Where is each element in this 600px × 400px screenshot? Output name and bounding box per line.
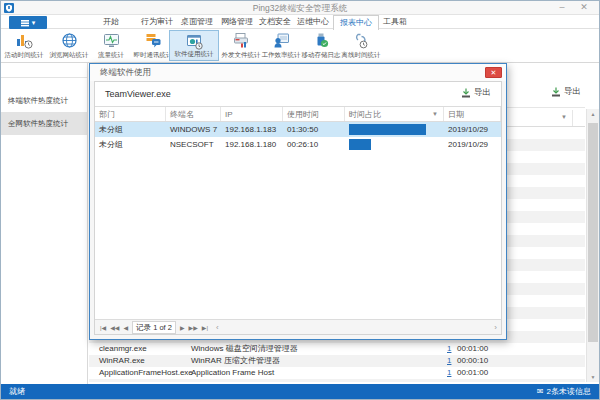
duration-cell: 00:26:10 bbox=[283, 137, 345, 152]
status-bar: 就绪 ✉ 2条未读信息 bbox=[1, 384, 599, 399]
pager-first-icon[interactable]: |◀ bbox=[100, 324, 106, 331]
ribbon-work-efficiency-button[interactable]: 工作效率统计 bbox=[262, 30, 300, 61]
count-link[interactable]: 1 bbox=[447, 355, 451, 367]
time-share-bar bbox=[349, 124, 426, 135]
process-desc-cell: Windows 磁盘空间清理管理器 bbox=[191, 343, 298, 355]
browse-website-icon bbox=[61, 32, 78, 49]
dialog-table: 部门 终端名 IP 使用时间 时间占比 ▼ 日期 未分组 WINDOWS 7 1… bbox=[95, 106, 501, 319]
count-link[interactable]: 1 bbox=[447, 367, 451, 379]
window-title: Ping32终端安全管理系统 bbox=[1, 1, 599, 15]
tab-desktop-mgmt[interactable]: 桌面管理 bbox=[179, 15, 215, 29]
ribbon-button-label: 活动时间统计 bbox=[5, 51, 44, 60]
scrollbar-thumb[interactable] bbox=[588, 123, 598, 342]
unread-messages-label: 2条未读信息 bbox=[547, 384, 591, 399]
table-row[interactable]: 未分组 WINDOWS 7 192.168.1.183 01:30:50 201… bbox=[95, 122, 501, 137]
tab-behavior-audit[interactable]: 行为审计 bbox=[139, 15, 175, 29]
minimize-button[interactable]: – bbox=[553, 1, 571, 14]
dialog-body: TeamViewer.exe 导出 部门 终端名 IP 使用时间 时间占比 bbox=[94, 81, 502, 335]
ribbon-offline-time-button[interactable]: 离线时间统计 bbox=[342, 30, 380, 61]
app-menu-button[interactable]: ▾ bbox=[9, 16, 47, 29]
ribbon-button-label: 软件使用统计 bbox=[175, 50, 214, 59]
hscroll-left-icon[interactable]: ‹ bbox=[216, 323, 219, 332]
sidebar-item-network-software-stats[interactable]: 全网软件热度统计 bbox=[1, 112, 87, 135]
terminal-cell: WINDOWS 7 bbox=[166, 122, 221, 137]
pager-prev-page-icon[interactable]: ◀◀ bbox=[110, 324, 119, 331]
ribbon-software-usage-button[interactable]: 软件使用统计 bbox=[169, 30, 219, 61]
tab-report-center[interactable]: 报表中心 bbox=[333, 15, 379, 30]
ribbon-button-label: 流量统计 bbox=[98, 51, 124, 60]
dialog-title: 终端软件使用 bbox=[100, 64, 151, 81]
process-name-cell: WinRAR.exe bbox=[99, 355, 145, 367]
outgoing-file-icon bbox=[233, 32, 250, 49]
hscroll-right-icon[interactable]: › bbox=[494, 323, 497, 332]
tab-toolbox[interactable]: 工具箱 bbox=[381, 15, 409, 29]
unread-messages-button[interactable]: ✉ 2条未读信息 bbox=[537, 384, 591, 399]
dialog-close-button[interactable]: ✕ bbox=[485, 67, 502, 78]
dialog-pager: |◀ ◀◀ ◀ 记录 1 of 2 ▶ ▶▶ ▶| ‹ › bbox=[95, 319, 501, 334]
dialog-export-button[interactable]: 导出 bbox=[461, 87, 491, 99]
ribbon-activity-time-button[interactable]: 活动时间统计 bbox=[3, 30, 45, 61]
ribbon-outgoing-file-button[interactable]: 外发文件统计 bbox=[222, 30, 260, 61]
im-stat-icon bbox=[145, 32, 162, 49]
ribbon-button-label: 工作效率统计 bbox=[262, 51, 301, 60]
ribbon-browse-website-button[interactable]: 浏览网站统计 bbox=[47, 30, 91, 61]
software-usage-icon bbox=[186, 33, 203, 50]
table-row[interactable]: cleanmgr.exe Windows 磁盘空间清理管理器 1 00:01:0… bbox=[89, 343, 585, 355]
scroll-up-icon[interactable]: ▲ bbox=[587, 111, 599, 117]
process-desc-cell: WinRAR 压缩文件管理器 bbox=[191, 355, 280, 367]
column-header-date[interactable]: 日期 bbox=[444, 107, 501, 121]
dialog-subject-process: TeamViewer.exe bbox=[105, 82, 171, 106]
column-header-terminal[interactable]: 终端名 bbox=[166, 107, 221, 121]
column-header-department[interactable]: 部门 bbox=[95, 107, 166, 121]
ip-cell: 192.168.1.180 bbox=[221, 137, 283, 152]
vertical-scrollbar[interactable]: ▲ ▼ bbox=[586, 109, 599, 382]
process-name-cell: ApplicationFrameHost.exe bbox=[99, 367, 193, 379]
time-share-cell bbox=[345, 137, 444, 152]
column-header-ip[interactable]: IP bbox=[221, 107, 283, 121]
ribbon-button-label: 离线时间统计 bbox=[342, 51, 381, 60]
duration-cell: 00:01:00 bbox=[457, 367, 488, 379]
background-export-button[interactable]: 导出 bbox=[551, 86, 581, 98]
pager-next-page-icon[interactable]: ▶▶ bbox=[189, 324, 198, 331]
time-share-bar bbox=[349, 139, 371, 150]
column-separator bbox=[572, 110, 573, 126]
pager-last-icon[interactable]: ▶| bbox=[202, 324, 208, 331]
ribbon-button-label: 外发文件统计 bbox=[222, 51, 261, 60]
pager-record-text: 记录 1 of 2 bbox=[132, 321, 176, 334]
pager-next-icon[interactable]: ▶ bbox=[180, 324, 185, 331]
sort-down-icon[interactable]: ▼ bbox=[432, 107, 438, 121]
tab-doc-security[interactable]: 文档安全 bbox=[257, 15, 293, 29]
table-row[interactable]: WinRAR.exe WinRAR 压缩文件管理器 1 00:00:10 bbox=[89, 355, 585, 367]
sidebar-item-terminal-software-stats[interactable]: 终端软件热度统计 bbox=[1, 89, 87, 112]
filter-dropdown-icon[interactable]: ▼ bbox=[561, 114, 567, 120]
column-header-duration[interactable]: 使用时间 bbox=[283, 107, 345, 121]
close-window-button[interactable]: ✕ bbox=[575, 1, 593, 14]
table-row[interactable]: ApplicationFrameHost.exe Application Fra… bbox=[89, 367, 585, 379]
offline-time-icon bbox=[353, 32, 370, 49]
ribbon-button-label: 浏览网站统计 bbox=[50, 51, 89, 60]
pager-prev-icon[interactable]: ◀ bbox=[123, 324, 128, 331]
department-cell: 未分组 bbox=[95, 122, 166, 137]
dialog-export-label: 导出 bbox=[474, 87, 491, 99]
duration-cell: 00:00:10 bbox=[457, 355, 488, 367]
duration-cell: 01:30:50 bbox=[283, 122, 345, 137]
tab-ops-center[interactable]: 运维中心 bbox=[295, 15, 331, 29]
date-cell: 2019/10/29 bbox=[444, 137, 501, 152]
ip-cell: 192.168.1.183 bbox=[221, 122, 283, 137]
ribbon-removable-storage-button[interactable]: 移动存储日志 bbox=[302, 30, 340, 61]
traffic-stat-icon bbox=[103, 32, 120, 49]
tab-start[interactable]: 开始 bbox=[101, 15, 121, 29]
count-link[interactable]: 1 bbox=[447, 343, 451, 355]
scroll-down-icon[interactable]: ▼ bbox=[587, 374, 599, 380]
process-name-cell: cleanmgr.exe bbox=[99, 343, 147, 355]
column-header-time-share[interactable]: 时间占比 ▼ bbox=[345, 107, 444, 121]
activity-time-icon bbox=[16, 32, 33, 49]
table-header-row: 部门 终端名 IP 使用时间 时间占比 ▼ 日期 bbox=[95, 107, 501, 122]
terminal-software-usage-dialog: 终端软件使用 ✕ TeamViewer.exe 导出 部门 终端名 IP 使用时… bbox=[89, 63, 507, 340]
time-share-cell bbox=[345, 122, 444, 137]
column-header-label: 时间占比 bbox=[349, 110, 381, 119]
ribbon-traffic-button[interactable]: 流量统计 bbox=[94, 30, 128, 61]
table-row[interactable]: 未分组 NSECSOFT 192.168.1.180 00:26:10 2019… bbox=[95, 137, 501, 152]
removable-storage-icon bbox=[313, 32, 330, 49]
tab-network-mgmt[interactable]: 网络管理 bbox=[219, 15, 255, 29]
